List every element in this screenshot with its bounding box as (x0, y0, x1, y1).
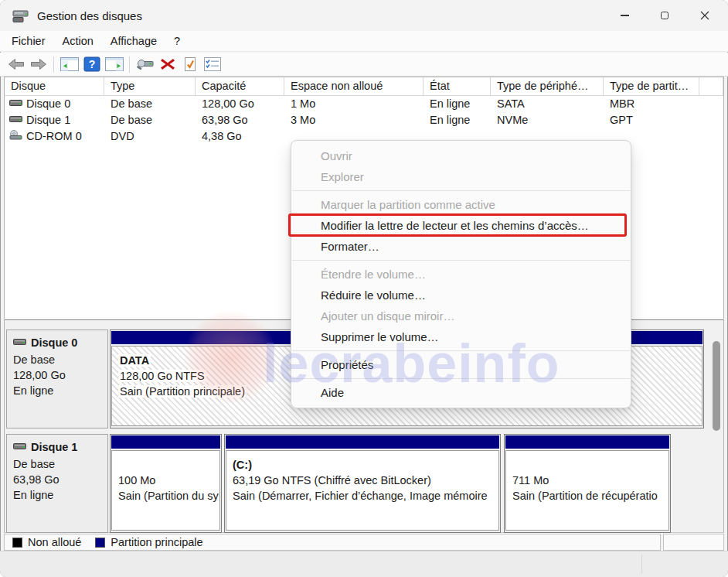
disk-icon (9, 112, 22, 128)
disk-name: Disque 0 (31, 336, 77, 349)
disk-info-panel-1[interactable]: Disque 1De base63,98 GoEn ligne (6, 434, 108, 533)
disk-row-1: Disque 1De base63,98 GoEn ligne100 MoSai… (5, 434, 723, 533)
toolbar-separator (129, 56, 130, 73)
maximize-icon (661, 12, 668, 19)
menu-item-propri-t-s[interactable]: Propriétés (291, 354, 631, 375)
column-header-0[interactable]: Disque (5, 77, 104, 96)
show-action-pane-button[interactable] (103, 55, 125, 74)
minimize-icon (621, 15, 629, 15)
partition-body[interactable]: 100 MoSain (Partition du sy (111, 450, 220, 531)
show-console-tree-icon (60, 57, 79, 71)
window-controls (604, 0, 725, 31)
partition-size-text: 711 Mo (512, 474, 549, 487)
legend-item: Non alloué (12, 536, 81, 548)
toolbar: ? (0, 53, 728, 77)
partition-body[interactable]: 711 MoSain (Partition de récupératio (505, 450, 669, 531)
disk-name-label: Disque 0 (26, 96, 70, 112)
set-active-button[interactable] (179, 55, 201, 74)
minimize-button[interactable] (604, 0, 645, 31)
menu-affichage[interactable]: Affichage (102, 32, 165, 50)
menu-item-tendre-le-volume: Étendre le volume… (291, 264, 631, 285)
volume-list-body: Disque 0De base128,00 Go1 MoEn ligneSATA… (5, 96, 723, 145)
disk-name: Disque 1 (31, 441, 77, 453)
delete-icon (160, 57, 175, 71)
disk-info-line: De base (13, 352, 103, 367)
partition-type-bar (505, 435, 669, 449)
close-button[interactable] (685, 0, 725, 31)
legend-label: Non alloué (28, 536, 81, 548)
forward-icon (30, 58, 47, 70)
rescan-disks-button[interactable] (134, 55, 156, 74)
show-console-tree-button[interactable] (58, 55, 80, 74)
cell: MBR (604, 96, 699, 112)
disk-icon (13, 336, 26, 349)
task-list-button[interactable] (201, 55, 223, 74)
cell: NVMe (491, 112, 604, 128)
cell: 63,98 Go (196, 112, 284, 128)
column-header-2[interactable]: Capacité (196, 77, 284, 96)
rescan-disks-icon (136, 57, 155, 71)
partition-size: 100 Mo (118, 473, 213, 488)
disk-name-label: CD-ROM 0 (26, 128, 82, 145)
partition-status-text: Sain (Partition principale) (118, 385, 247, 398)
column-header-6[interactable]: Type de partit… (604, 77, 699, 96)
back-button[interactable] (5, 55, 27, 74)
column-header-4[interactable]: État (424, 77, 491, 96)
disk-icon (9, 96, 22, 112)
partition-size-text: 128,00 Go NTFS (118, 370, 206, 382)
disk-management-app-icon (12, 8, 29, 23)
partition-status-text: Sain (Partition de récupératio (512, 490, 658, 502)
partition-type-bar (111, 435, 220, 449)
table-row[interactable]: Disque 0De base128,00 Go1 MoEn ligneSATA… (5, 96, 723, 112)
help-button[interactable]: ? (80, 55, 103, 74)
set-active-icon (182, 56, 198, 72)
disk-name-cell: CD-ROM 0 (5, 128, 104, 145)
partition-block[interactable]: 711 MoSain (Partition de récupératio (504, 434, 671, 533)
disk-info-panel-0[interactable]: Disque 0De base128,00 GoEn ligne (6, 329, 108, 428)
menu-item-aide[interactable]: Aide (291, 382, 631, 403)
menu-fichier[interactable]: Fichier (3, 32, 54, 50)
menu-separator (292, 378, 630, 379)
partition-block[interactable]: 100 MoSain (Partition du sy (110, 434, 222, 533)
table-row[interactable]: Disque 1De base63,98 Go3 MoEn ligneNVMeG… (5, 112, 723, 128)
cell: De base (104, 112, 196, 128)
partition-status-text: Sain (Démarrer, Fichier d’échange, Image… (233, 490, 488, 502)
disk-info-line: En ligne (13, 487, 103, 503)
cell: En ligne (424, 96, 491, 112)
column-header-3[interactable]: Espace non alloué (284, 77, 424, 96)
delete-volume-button[interactable] (156, 55, 179, 74)
task-list-icon (204, 57, 221, 71)
partition-title (512, 457, 662, 473)
column-header-5[interactable]: Type de périphé… (491, 77, 604, 96)
disk-info-line: 128,00 Go (13, 367, 103, 383)
disk-info-line: En ligne (13, 383, 103, 398)
menu-action[interactable]: Action (54, 32, 102, 50)
menu-item-modifier-la-lettre-de-lecteur-[interactable]: Modifier la lettre de lecteur et les che… (291, 215, 631, 236)
disk-title: Disque 1 (13, 441, 103, 453)
cell: GPT (604, 112, 699, 128)
partition-status: Sain (Partition du sy (118, 488, 213, 504)
column-header-1[interactable]: Type (104, 77, 196, 96)
menu-item-r-duire-le-volume[interactable]: Réduire le volume… (291, 285, 631, 306)
legend-label: Partition principale (111, 536, 202, 548)
disk-name-cell: Disque 1 (5, 112, 104, 128)
column-header-empty (699, 77, 723, 96)
menu-item-supprimer-le-volume[interactable]: Supprimer le volume… (291, 326, 631, 347)
menu-help[interactable]: ? (165, 32, 189, 50)
menu-separator (292, 190, 630, 191)
partition-size: 63,19 Go NTFS (Chiffré avec BitLocker) (233, 473, 492, 488)
maximize-button[interactable] (645, 0, 685, 31)
highlight-box (288, 213, 627, 237)
partition-size-text: 63,19 Go NTFS (Chiffré avec BitLocker) (233, 474, 431, 487)
menu-item-formater[interactable]: Formater… (291, 236, 631, 257)
partition-title (118, 457, 213, 473)
partition-body[interactable]: (C:)63,19 Go NTFS (Chiffré avec BitLocke… (226, 450, 499, 531)
partition-block[interactable]: (C:)63,19 Go NTFS (Chiffré avec BitLocke… (224, 434, 501, 533)
close-icon (700, 11, 709, 20)
partition-status: Sain (Partition de récupératio (512, 488, 662, 504)
menu-item-ajouter-un-disque-miroir: Ajouter un disque miroir… (291, 306, 631, 326)
forward-button[interactable] (27, 55, 49, 74)
volume-list-header: DisqueTypeCapacitéEspace non allouéÉtatT… (5, 77, 723, 96)
menu-item-ouvrir: Ouvrir (291, 145, 631, 166)
partition-status: Sain (Démarrer, Fichier d’échange, Image… (233, 488, 492, 504)
